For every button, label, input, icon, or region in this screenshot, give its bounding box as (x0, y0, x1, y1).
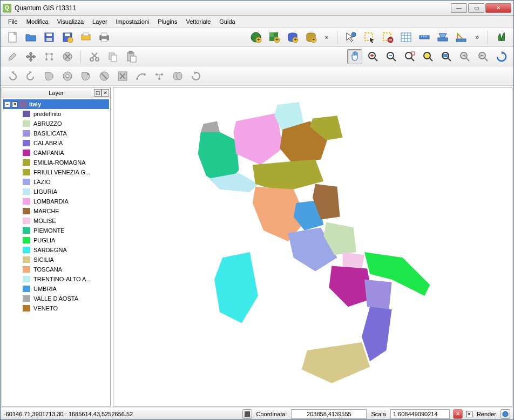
legend-swatch (23, 266, 30, 273)
layer-item[interactable]: MOLISE (3, 216, 109, 226)
delete-selected-button[interactable] (60, 49, 75, 64)
toolbar-1-more[interactable]: » (322, 33, 332, 41)
save-button[interactable] (42, 30, 57, 45)
render-checkbox[interactable]: ✕ (466, 411, 472, 417)
layer-item[interactable]: CALABRIA (3, 138, 109, 148)
scale-value[interactable]: 1:608449090214 (390, 409, 450, 419)
layer-checkbox[interactable]: ✕ (12, 101, 18, 107)
identify-button[interactable] (343, 30, 359, 45)
panel-undock-button[interactable]: ◱ (94, 89, 102, 97)
zoom-next-button[interactable] (476, 49, 491, 64)
minimize-button[interactable]: — (451, 3, 467, 13)
map-canvas[interactable] (113, 87, 512, 407)
layer-item[interactable]: MARCHE (3, 206, 109, 216)
split-button[interactable] (152, 69, 167, 84)
move-feature-button[interactable] (23, 49, 38, 64)
layer-item[interactable]: FRIULI VENEZIA G... (3, 167, 109, 177)
node-tool-button[interactable] (42, 49, 57, 64)
layer-item[interactable]: PIEMONTE (3, 226, 109, 235)
coord-value[interactable]: 203858,4139555 (291, 409, 367, 419)
maximize-button[interactable]: ▭ (468, 3, 484, 13)
toggle-edit-button[interactable] (5, 49, 20, 64)
toolbar-1b-more[interactable]: » (472, 33, 482, 41)
print-button[interactable] (97, 30, 112, 45)
attribute-table-button[interactable] (398, 30, 414, 45)
measure-angle-button[interactable] (454, 30, 469, 45)
add-vector-layer-button[interactable]: + (248, 30, 263, 45)
menu-visualizza[interactable]: Visualizza (53, 17, 88, 26)
menu-modifica[interactable]: Modifica (22, 17, 53, 26)
layers-panel-header[interactable]: Layer ◱ ✕ (2, 87, 110, 98)
layer-item[interactable]: ABRUZZO (3, 119, 109, 128)
layer-item[interactable]: LOMBARDIA (3, 197, 109, 206)
rotate-button[interactable] (188, 69, 204, 84)
reshape-button[interactable] (133, 69, 148, 84)
grass-button[interactable] (494, 30, 509, 45)
zoom-layer-button[interactable] (439, 49, 454, 64)
measure-area-button[interactable] (435, 30, 450, 45)
menu-layer[interactable]: Layer (88, 17, 112, 26)
simplify-button[interactable] (78, 69, 93, 84)
layer-item[interactable]: UMBRIA (3, 284, 109, 294)
svg-point-89 (144, 73, 146, 76)
layer-item[interactable]: SARDEGNA (3, 245, 109, 255)
menu-impostazioni[interactable]: Impostazioni (112, 17, 154, 26)
layer-item[interactable]: SICILIA (3, 255, 109, 265)
cut-button[interactable] (87, 49, 102, 64)
undo-button[interactable] (5, 69, 20, 84)
projection-button[interactable] (501, 409, 510, 419)
legend-swatch (23, 237, 30, 243)
layer-item[interactable]: VENETO (3, 303, 109, 313)
zoom-last-button[interactable] (457, 49, 472, 64)
pan-button[interactable] (347, 49, 362, 64)
add-wms-layer-button[interactable]: + (303, 30, 319, 45)
refresh-button[interactable] (494, 49, 509, 64)
new-file-button[interactable] (5, 30, 20, 45)
menu-plugins[interactable]: Plugins (153, 17, 181, 26)
status-extent: -60146.71,3901713.30 : 1685614.43,525265… (4, 411, 239, 417)
layer-tree[interactable]: − ✕ italy predefinitoABRUZZOBASILICATACA… (2, 98, 110, 406)
zoom-full-button[interactable] (421, 49, 436, 64)
measure-line-button[interactable] (417, 30, 432, 45)
print-composer-button[interactable] (78, 30, 93, 45)
copy-button[interactable] (105, 49, 120, 64)
add-postgis-layer-button[interactable]: + (285, 30, 300, 45)
stop-render-button[interactable] (242, 409, 252, 419)
layer-item[interactable]: LIGURIA (3, 187, 109, 197)
layer-root-italy[interactable]: − ✕ italy (3, 99, 109, 109)
status-stop-button[interactable]: ✕ (453, 409, 463, 419)
layer-item[interactable]: BASILICATA (3, 128, 109, 138)
delete-part-button[interactable] (115, 69, 130, 84)
layer-item[interactable]: predefinito (3, 109, 109, 119)
menu-guida[interactable]: Guida (215, 17, 239, 26)
layer-item[interactable]: VALLE D'AOSTA (3, 294, 109, 303)
save-as-button[interactable] (60, 30, 75, 45)
layer-item[interactable]: TRENTINO-ALTO A... (3, 274, 109, 284)
panel-close-button[interactable]: ✕ (102, 89, 109, 97)
deselect-button[interactable] (380, 30, 395, 45)
delete-ring-button[interactable] (97, 69, 112, 84)
layer-item-label: PUGLIA (33, 237, 55, 243)
menu-file[interactable]: File (4, 17, 22, 26)
layer-item[interactable]: TOSCANA (3, 265, 109, 274)
layer-item[interactable]: CAMPANIA (3, 148, 109, 158)
select-button[interactable] (362, 30, 377, 45)
add-ring-button[interactable] (42, 69, 57, 84)
layer-item[interactable]: LAZIO (3, 177, 109, 187)
layer-item[interactable]: PUGLIA (3, 235, 109, 245)
layer-item-label: FRIULI VENEZIA G... (33, 169, 90, 175)
layer-item[interactable]: EMILIA-ROMAGNA (3, 158, 109, 167)
menu-vettoriale[interactable]: Vettoriale (181, 17, 215, 26)
close-button[interactable]: ✕ (485, 3, 511, 13)
legend-swatch (23, 179, 30, 185)
zoom-selection-button[interactable] (402, 49, 417, 64)
zoom-out-button[interactable] (384, 49, 399, 64)
add-island-button[interactable] (60, 69, 75, 84)
open-file-button[interactable] (23, 30, 38, 45)
redo-button[interactable] (23, 69, 38, 84)
zoom-in-button[interactable] (366, 49, 381, 64)
expand-icon[interactable]: − (4, 101, 10, 107)
paste-button[interactable] (124, 49, 139, 64)
add-raster-layer-button[interactable]: + (267, 30, 282, 45)
merge-button[interactable] (170, 69, 185, 84)
